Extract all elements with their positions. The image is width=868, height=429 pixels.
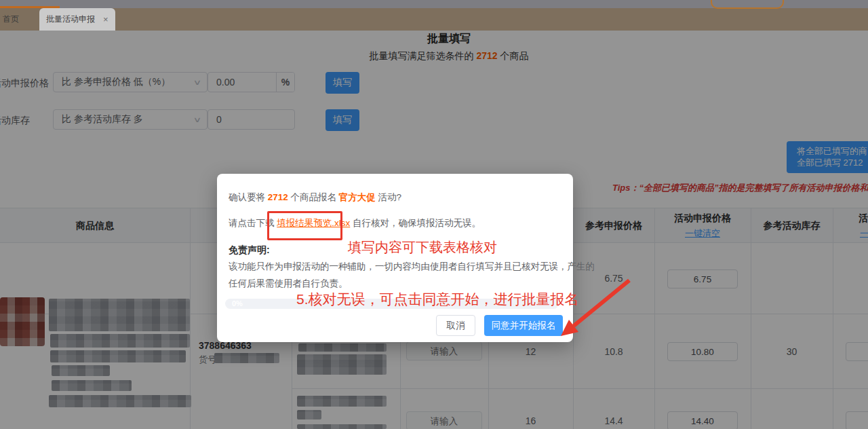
confirm-dialog: 确认要将 2712 个商品报名 官方大促 活动? 请点击下载 填报结果预览.xl… (217, 174, 573, 342)
activity-name: 官方大促 (339, 192, 376, 202)
cancel-button[interactable]: 取消 (436, 315, 475, 336)
annotation-note-download: 填写内容可下载表格核对 (348, 238, 497, 257)
download-hint: 请点击下载 填报结果预览.xlsx 自行核对，确保填报活动无误。 (229, 217, 481, 229)
tab-home[interactable]: 首页 (3, 8, 19, 31)
tab-strip: 首页 批量活动申报 × (0, 8, 868, 31)
topbar-outlined-button[interactable] (711, 0, 784, 9)
confirm-count: 2712 (268, 192, 288, 202)
close-icon[interactable]: × (103, 15, 108, 24)
topbar-active-underline (0, 6, 60, 8)
annotation-highlight-box (267, 211, 342, 240)
disclaimer-line1: 该功能只作为申报活动的一种辅助，一切内容均由使用者自行填写并且已核对无误，产生的 (229, 261, 595, 273)
annotation-note-confirm: 5.核对无误，可点击同意开始，进行批量报名 (296, 290, 579, 309)
confirm-start-button[interactable]: 同意并开始报名 (484, 315, 563, 336)
disclaimer-title: 免责声明: (229, 244, 270, 257)
tab-batch-activity[interactable]: 批量活动申报 × (39, 8, 115, 31)
progress-percent: 0% (232, 299, 243, 307)
screen: 批量填写 批量填写满足筛选条件的 2712 个商品 活动申报价格 比 参考申报价… (0, 0, 868, 429)
disclaimer-line2: 任何后果需使用者自行负责。 (229, 278, 348, 290)
confirm-message: 确认要将 2712 个商品报名 官方大促 活动? (229, 191, 401, 204)
